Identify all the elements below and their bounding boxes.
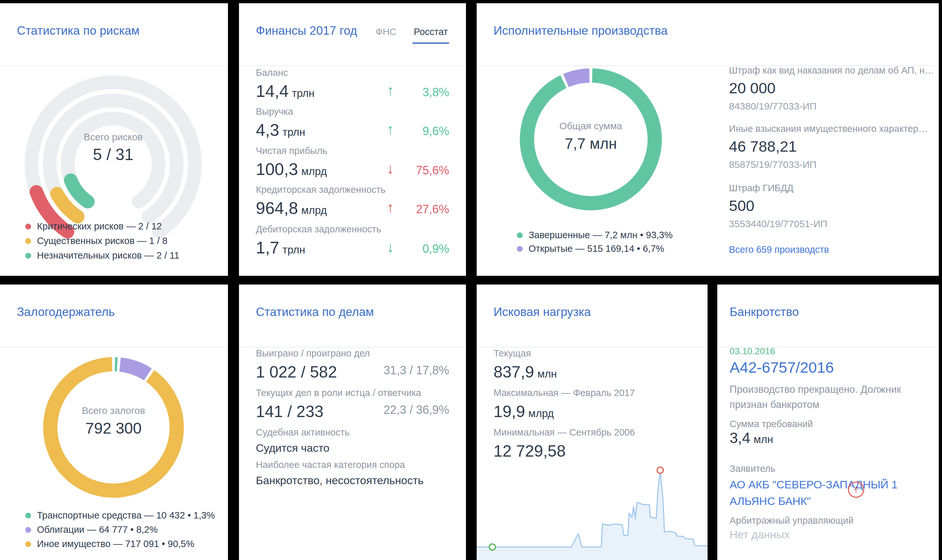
claim-current: Текущая 837,9млн — [493, 348, 691, 382]
tab-fns[interactable]: ФНС — [374, 26, 398, 44]
card-pledgee: Залогодержатель Всего залогов 792 300 Тр… — [0, 285, 228, 560]
stat-label: Наиболее частая категория спора — [256, 460, 449, 470]
metric-value: 14,4трлн — [256, 82, 449, 101]
legend-label: Существенных рисков — 1 / 8 — [37, 235, 167, 246]
gauge-center-label: Всего рисков — [19, 132, 208, 143]
claim-value: 837,9млн — [493, 363, 691, 382]
manager-label: Арбитражный управляющий — [729, 515, 854, 526]
legend-label: Завершенные — 7,2 млн • 93,3% — [529, 230, 672, 240]
stat-percent: 22,3 / 36,9% — [384, 403, 449, 417]
legend-label: Облигации — 64 777 • 8,2% — [37, 525, 157, 535]
metric-percent: 27,6% — [416, 203, 449, 216]
stat-activity: Судебная активность Судится часто — [256, 427, 449, 454]
claim-label: Максимальная — Февраль 2017 — [493, 388, 691, 398]
legend-label: Незначительных рисков — 2 / 11 — [37, 250, 179, 261]
card-claim-load: Исковая нагрузка Текущая 837,9млн Максим… — [477, 285, 708, 560]
claim-sum-label: Сумма требований — [729, 419, 813, 429]
stat-label: Выиграно / проиграно дел — [256, 348, 449, 359]
proceeding-amount: 500 — [729, 197, 827, 215]
applicant-link[interactable]: АО АКБ "СЕВЕРО-ЗАПАДНЫЙ 1 АЛЬЯНС БАНК" — [729, 476, 898, 509]
legend-label: Иное имущество — 717 091 • 90,5% — [37, 538, 194, 549]
card-title: Финансы 2017 год — [256, 24, 357, 38]
legend-item: Иное имущество — 717 091 • 90,5% — [25, 538, 194, 549]
divider — [239, 347, 466, 348]
trend-up-icon: ↑ — [387, 198, 394, 216]
legend-item: Завершенные — 7,2 млн • 93,3% — [517, 230, 672, 240]
legend-item: Существенных рисков — 1 / 8 — [25, 235, 167, 246]
metric-percent: 75,6% — [416, 164, 449, 177]
stat-category: Наиболее частая категория спора Банкротс… — [256, 460, 449, 487]
donut-center-label: Общая сумма — [526, 120, 656, 132]
proceeding-label: Штраф ГИБДД — [729, 183, 827, 194]
card-title: Залогодержатель — [17, 305, 115, 319]
metric-label: Чистая прибыль — [256, 146, 449, 156]
metric-label: Кредиторская задолженность — [256, 185, 449, 195]
stat-value: Банкротство, несостоятельность — [256, 474, 449, 487]
trend-up-icon: ↑ — [387, 82, 394, 99]
legend-dot-completed — [517, 232, 523, 238]
card-title: Статистика по рискам — [17, 24, 139, 38]
card-title: Исполнительные производства — [493, 24, 668, 38]
claim-max: Максимальная — Февраль 2017 19,9млрд — [493, 388, 691, 421]
card-case-statistics: Статистика по делам Выиграно / проиграно… — [239, 285, 466, 560]
series-start-marker — [489, 544, 495, 550]
metric-label: Баланс — [256, 68, 449, 78]
applicant-label: Заявитель — [729, 463, 775, 474]
trend-down-icon: ↓ — [387, 160, 394, 177]
warning-icon[interactable]: ! — [848, 482, 864, 498]
legend-dot-open — [517, 246, 523, 252]
metric-label: Дебиторская задолженность — [256, 224, 449, 235]
gauge-center-value: 5 / 31 — [19, 145, 208, 164]
legend-item: Открытые — 515 169,14 • 6,7% — [517, 243, 664, 254]
trend-down-icon: ↓ — [387, 238, 394, 256]
claim-load-area-chart — [477, 466, 708, 560]
manager-value: Нет данных — [729, 528, 789, 541]
proceeding-label: Штраф как вид наказания по делам об АП, … — [729, 65, 934, 76]
card-title: Банкротство — [729, 305, 799, 319]
claim-sum-value: 3,4млн — [729, 429, 773, 446]
proceeding-item: Иные взыскания имущественного характер… … — [729, 123, 928, 170]
metric-percent: 9,6% — [422, 125, 449, 138]
legend-label: Транспортные средства — 10 432 • 1,3% — [37, 510, 215, 521]
legend-label: Открытые — 515 169,14 • 6,7% — [529, 243, 664, 254]
divider — [239, 65, 466, 66]
stat-current-roles: Текущих дел в роли истца / ответчика 141… — [256, 388, 449, 421]
metric-revenue: Выручка 4,3трлн ↑ 9,6% — [256, 106, 449, 145]
source-tabs: ФНС Росстат — [374, 26, 449, 44]
metric-receivables: Дебиторская задолженность 1,7трлн ↓ 0,9% — [256, 224, 449, 263]
metric-percent: 0,9% — [422, 242, 449, 256]
legend-dot-other-property — [25, 541, 31, 547]
legend-item: Транспортные средства — 10 432 • 1,3% — [25, 510, 215, 521]
bankruptcy-case-link[interactable]: А42-6757/2016 — [729, 358, 834, 376]
proceeding-amount: 46 788,21 — [729, 137, 928, 155]
metric-payables: Кредиторская задолженность 964,8млрд ↑ 2… — [256, 185, 449, 223]
tab-rosstat[interactable]: Росстат — [412, 26, 449, 44]
legend-dot-minor — [25, 253, 31, 258]
divider — [0, 65, 228, 66]
peak-marker — [657, 467, 663, 474]
card-title: Исковая нагрузка — [493, 305, 591, 319]
legend-item: Облигации — 64 777 • 8,2% — [25, 525, 157, 535]
proceeding-label: Иные взыскания имущественного характер… — [729, 123, 928, 134]
card-bankruptcy: Банкротство 03.10.2016 А42-6757/2016 Про… — [717, 285, 939, 560]
bankruptcy-date: 03.10.2016 — [729, 346, 775, 357]
trend-up-icon: ↑ — [387, 120, 394, 138]
legend-dot-significant — [25, 238, 31, 244]
proceeding-amount: 20 000 — [729, 79, 934, 97]
card-title: Статистика по делам — [256, 305, 374, 319]
divider — [477, 347, 708, 348]
proceeding-case-number: 3553440/19/77051-ИП — [729, 218, 827, 229]
proceeding-case-number: 84380/19/77033-ИП — [729, 101, 934, 112]
proceeding-item: Штраф ГИБДД 500 3553440/19/77051-ИП — [729, 183, 827, 229]
card-risk-statistics: Статистика по рискам Всего рисков 5 / 31… — [0, 3, 228, 276]
bankruptcy-status: Производство прекращено. Должник признан… — [729, 382, 931, 412]
claim-min: Минимальная — Сентябрь 2006 12 729,58 — [493, 427, 691, 460]
card-finances: Финансы 2017 год ФНС Росстат Баланс 14,4… — [239, 3, 466, 276]
all-proceedings-link[interactable]: Всего 659 производств — [729, 245, 829, 255]
card-enforcement: Исполнительные производства Общая сумма … — [477, 3, 939, 276]
claim-value: 19,9млрд — [493, 402, 691, 421]
legend-item: Незначительных рисков — 2 / 11 — [25, 250, 179, 261]
metric-balance: Баланс 14,4трлн ↑ 3,8% — [256, 68, 449, 106]
legend-dot-bonds — [25, 527, 31, 533]
claim-label: Текущая — [493, 348, 691, 359]
